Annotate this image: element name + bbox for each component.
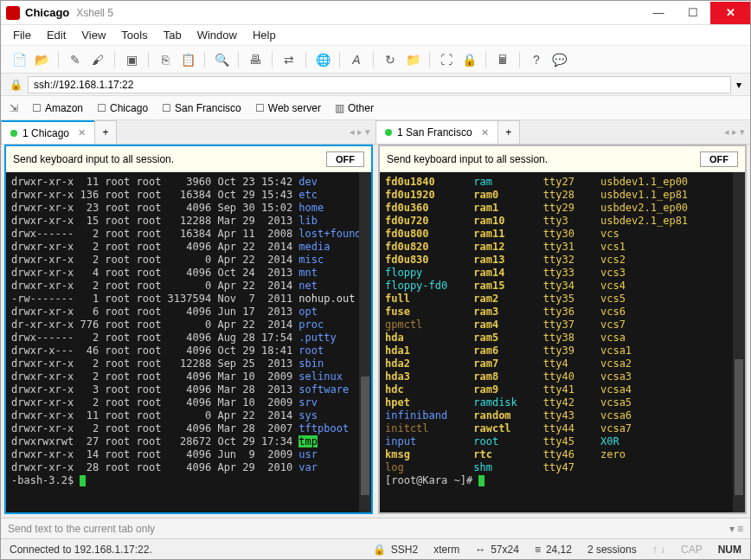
status-pos: ≡24,12	[535, 544, 572, 556]
menu-tools[interactable]: Tools	[121, 29, 147, 42]
print-icon[interactable]: 🖶	[246, 50, 265, 69]
tab-nav: ◂ ▸ ▾	[719, 120, 750, 144]
scrollbar[interactable]	[733, 172, 745, 512]
font-icon[interactable]: A	[347, 50, 366, 69]
bookmark-other[interactable]: ▥Other	[335, 102, 374, 114]
titlebar: Chicago Xshell 5 — ☐ ✕	[1, 1, 750, 25]
terminal-sanfrancisco[interactable]: fd0u1840fd0u1920fd0u360fd0u720fd0u800fd0…	[380, 172, 745, 512]
status-num: NUM	[718, 544, 741, 556]
status-term: xterm	[433, 544, 459, 556]
pane-message: Send keyboard input to all session.	[387, 153, 548, 165]
pane-infobar: Send keyboard input to all session. OFF	[380, 146, 745, 172]
menu-window[interactable]: Window	[197, 29, 237, 42]
app-icon	[6, 6, 20, 20]
tab-chicago[interactable]: 1 Chicago ✕	[1, 120, 95, 144]
toolbar: 📄 📂 ✎ 🖌 ▣ ⎘ 📋 🔍 🖶 ⇄ 🌐 A ↻ 📁 ⛶ 🔒 🖩 ? 💬	[1, 46, 750, 74]
edit-icon[interactable]: ✎	[66, 50, 85, 69]
menubar: FileEditViewToolsTabWindowHelp	[1, 25, 750, 46]
terminal-chicago[interactable]: drwxr-xr-x 11 root root 3960 Oct 23 15:4…	[6, 172, 371, 512]
status-dot-icon	[385, 129, 392, 136]
add-tab-button[interactable]: +	[94, 120, 117, 144]
tab-close-icon[interactable]: ✕	[78, 127, 86, 138]
compose-menu-icon[interactable]: ▾ ≡	[729, 523, 743, 535]
tabs-row: 1 Chicago ✕ + ◂ ▸ ▾ 1 San Francisco ✕ + …	[1, 120, 750, 145]
fullscreen-icon[interactable]: ⛶	[437, 50, 456, 69]
compose-hint: Send text to the current tab only	[8, 523, 155, 535]
refresh-icon[interactable]: ↻	[381, 50, 400, 69]
bookmark-icon: ☐	[32, 102, 42, 114]
address-input[interactable]	[28, 76, 731, 93]
status-dot-icon	[10, 130, 17, 137]
bookmark-icon: ▥	[335, 102, 344, 114]
bookmark-icon: ☐	[97, 102, 106, 114]
scrollbar[interactable]	[359, 172, 371, 512]
pane-message: Send keyboard input to all session.	[13, 153, 174, 165]
status-connection: Connected to 192.168.1.17:22.	[10, 544, 152, 556]
sessions-icon[interactable]: ▣	[122, 50, 141, 69]
close-button[interactable]: ✕	[710, 2, 750, 24]
tab-label: 1 Chicago	[22, 127, 69, 139]
status-cap: CAP	[681, 544, 703, 556]
menu-file[interactable]: File	[13, 29, 31, 42]
status-sessions: 2 sessions	[587, 544, 637, 556]
bookmark-san-francisco[interactable]: ☐San Francisco	[162, 102, 241, 114]
pane-infobar: Send keyboard input to all session. OFF	[6, 146, 371, 172]
bookmark-bar: ⇲ ☐Amazon☐Chicago☐San Francisco☐Web serv…	[1, 96, 750, 120]
menu-tab[interactable]: Tab	[164, 29, 182, 42]
broadcast-toggle[interactable]: OFF	[326, 151, 364, 167]
bookmark-web-server[interactable]: ☐Web server	[255, 102, 321, 114]
cursor-icon: ≡	[535, 544, 541, 556]
bookmark-icon: ☐	[162, 102, 171, 114]
maximize-button[interactable]: ☐	[676, 2, 710, 24]
status-ssh: 🔒SSH2	[373, 544, 418, 556]
address-dropdown-icon[interactable]: ▾	[736, 79, 741, 91]
menu-edit[interactable]: Edit	[47, 29, 66, 42]
new-icon[interactable]: 📄	[10, 50, 29, 69]
bookmark-chicago[interactable]: ☐Chicago	[97, 102, 148, 114]
resize-icon: ↔	[475, 544, 485, 556]
address-bar: 🔒 ▾	[1, 74, 750, 96]
menu-view[interactable]: View	[81, 29, 106, 42]
bookmark-icon: ☐	[255, 102, 265, 114]
broadcast-toggle[interactable]: OFF	[700, 151, 738, 167]
tab-label: 1 San Francisco	[397, 126, 472, 138]
calc-icon[interactable]: 🖩	[493, 50, 512, 69]
status-arrows: ↑ ↓	[652, 544, 665, 556]
status-size: ↔57x24	[475, 544, 519, 556]
bookmark-amazon[interactable]: ☐Amazon	[32, 102, 83, 114]
tab-nav: ◂ ▸ ▾	[344, 120, 376, 144]
copy-icon[interactable]: ⎘	[156, 50, 175, 69]
add-tab-button[interactable]: +	[497, 120, 520, 144]
pane-sanfrancisco: Send keyboard input to all session. OFF …	[378, 145, 747, 514]
folder-icon[interactable]: 📁	[403, 50, 422, 69]
search-icon[interactable]: 🔍	[212, 50, 231, 69]
status-bar: Connected to 192.168.1.17:22. 🔒SSH2 xter…	[1, 538, 750, 559]
compose-bar[interactable]: Send text to the current tab only ▾ ≡	[1, 518, 750, 538]
open-icon[interactable]: 📂	[32, 50, 51, 69]
chat-icon[interactable]: 💬	[549, 50, 568, 69]
globe-icon[interactable]: 🌐	[313, 50, 332, 69]
terminal-panes: Send keyboard input to all session. OFF …	[1, 145, 750, 518]
tab-close-icon[interactable]: ✕	[481, 127, 489, 138]
app-name: Xshell 5	[76, 7, 113, 19]
transfer-icon[interactable]: ⇄	[279, 50, 298, 69]
window-title: Chicago	[25, 6, 69, 19]
help-icon[interactable]: ?	[527, 50, 546, 69]
minimize-button[interactable]: —	[641, 2, 676, 24]
lock-small-icon: 🔒	[10, 79, 22, 91]
lock-icon[interactable]: 🔒	[459, 50, 478, 69]
tab-sanfrancisco[interactable]: 1 San Francisco ✕	[376, 120, 498, 144]
menu-help[interactable]: Help	[253, 29, 276, 42]
lock-icon: 🔒	[373, 544, 386, 556]
brush-icon[interactable]: 🖌	[88, 50, 107, 69]
bookmark-overflow[interactable]: ⇲	[10, 102, 18, 114]
pane-chicago: Send keyboard input to all session. OFF …	[4, 145, 373, 514]
paste-icon[interactable]: 📋	[178, 50, 197, 69]
overflow-icon: ⇲	[10, 102, 18, 114]
